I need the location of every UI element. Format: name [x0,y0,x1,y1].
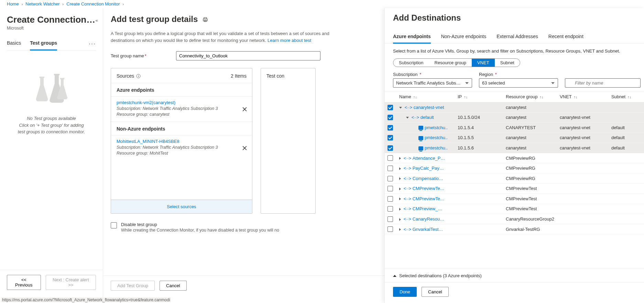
vnet-link[interactable]: PayCalc_Payroll [413,166,445,171]
category-nonazure: Non-Azure endpoints [111,122,252,135]
tab-basics[interactable]: Basics [7,40,21,50]
blade-tab[interactable]: Non-Azure endpoints [441,34,487,43]
cell-vnet [557,204,609,214]
row-checkbox[interactable] [388,155,393,161]
learn-more-link[interactable]: Learn more about test [268,38,311,43]
previous-button[interactable]: << Previous [7,275,41,290]
table-row: <··> Attendance_Payr.CMPreviewRG [385,153,644,163]
region-select[interactable]: 63 selected [479,78,558,88]
groupby-pill[interactable]: VNET [472,59,495,67]
row-checkbox[interactable] [388,145,393,151]
breadcrumb-nw[interactable]: Network Watcher [25,1,59,7]
expand-icon[interactable] [406,117,409,119]
breadcrumb-home[interactable]: Home [7,1,19,7]
row-checkbox[interactable] [388,186,393,191]
left-tabs: Basics Test groups ··· [7,40,96,50]
vm-icon [418,126,423,130]
filter-input[interactable] [565,78,641,88]
row-checkbox[interactable] [388,176,393,181]
groupby-pill[interactable]: Subnet [495,59,520,67]
vm-icon [418,136,423,140]
sort-icon[interactable]: ↑↓ [464,95,468,99]
vnet-link[interactable]: Attendance_Payr. [413,156,445,161]
table-row: <··> CanaryResource..CanaryResourceGroup… [385,214,644,224]
disable-testgroup-hint: While creating the Connection Monitor, i… [121,228,279,233]
row-checkbox[interactable] [388,226,393,232]
col-header[interactable]: Subnet↑↓ [609,91,644,102]
blade-tabs: Azure endpointsNon-Azure endpointsExtern… [385,34,644,44]
sort-icon[interactable]: ↑↓ [540,95,544,99]
vnet-link[interactable]: GnvarkalTestRGv.. [413,227,445,232]
row-checkbox[interactable] [388,216,393,222]
select-sources-button[interactable]: Select sources [111,200,252,213]
remove-icon[interactable] [242,106,247,112]
expand-icon[interactable] [399,107,402,109]
subscription-select[interactable]: Network Traffic Analytics Subscriptio… [393,78,472,88]
cell-rg: CMPreviewTest [503,194,557,204]
col-header[interactable]: Resource group↑↓ [503,91,557,102]
table-row: pmetstchu..10.1.5.4CANARYTESTcanarytest-… [385,123,644,133]
vnet-link[interactable]: Compensation_... [413,176,445,181]
source-name[interactable]: MohittestLA_MININT-HB4SBE8 [117,139,247,144]
blade-tab[interactable]: Recent endpoint [548,34,583,43]
vnet-icon: <··> [404,186,411,191]
next-button[interactable]: Next : Create alert >> [46,275,96,290]
row-checkbox[interactable] [388,166,393,171]
col-header[interactable]: VNET↑↓ [557,91,609,102]
print-icon[interactable] [203,17,208,22]
sort-icon[interactable]: ↑↓ [413,95,417,99]
add-test-group-button[interactable]: Add Test Group [111,281,155,291]
row-checkbox[interactable] [388,125,393,131]
chevron-up-icon[interactable] [393,275,396,277]
row-checkbox[interactable] [388,105,393,110]
expand-icon[interactable] [399,177,401,180]
vm-link[interactable]: pmetstchu.. [425,125,448,130]
expand-icon[interactable] [399,167,401,170]
cell-ip [455,183,503,194]
selected-summary-bar[interactable]: Selected destinations (3 Azure endpoints… [385,269,644,282]
expand-icon[interactable] [399,228,401,231]
expand-icon[interactable] [399,218,401,221]
empty-hint: Click on '+ Test group' for adding test … [17,122,86,135]
row-checkbox[interactable] [388,115,393,120]
groupby-pill[interactable]: Resource group [429,59,472,67]
cell-subnet [609,194,644,204]
expand-icon[interactable] [399,157,401,160]
cell-vnet [557,102,609,113]
row-checkbox[interactable] [388,206,393,212]
vnet-link[interactable]: CMPreviewTestv.. [413,196,445,201]
sort-icon[interactable]: ↑↓ [627,95,631,99]
table-row: <··> default10.1.5.0/24canarytestcanaryt… [385,112,644,123]
sort-icon[interactable]: ↑↓ [574,95,578,99]
col-header[interactable]: IP↑↓ [455,91,503,102]
disable-testgroup-checkbox[interactable] [111,222,117,228]
row-checkbox[interactable] [388,135,393,141]
cancel-button[interactable]: Cancel [160,281,186,291]
subnet-link[interactable]: default [421,115,434,120]
blade-tab[interactable]: External Addresses [496,34,538,43]
remove-icon[interactable] [242,145,247,150]
done-button[interactable]: Done [393,287,417,297]
vnet-link[interactable]: CMPreview_Hub [413,206,445,211]
expand-icon[interactable] [399,198,401,200]
breadcrumb-ccm[interactable]: Create Connection Monitor [66,1,120,7]
tab-test-groups[interactable]: Test groups [30,40,57,50]
blade-cancel-button[interactable]: Cancel [422,287,448,297]
vnet-link[interactable]: CMPreviewTest-. [413,186,445,191]
expand-icon[interactable] [399,188,401,190]
source-name[interactable]: pmtestchunk-vm2(canarytest) [117,100,247,105]
col-header[interactable]: Name↑↓ [396,91,455,102]
blade-tab[interactable]: Azure endpoints [393,34,431,44]
more-icon[interactable]: ··· [89,40,96,50]
chevron-right-icon: › [63,2,64,6]
vm-link[interactable]: pmtestchu.. [425,135,448,140]
vnet-link[interactable]: CanaryResource.. [413,216,445,222]
collapse-icon[interactable]: « [95,18,98,23]
row-checkbox[interactable] [388,196,393,202]
vnet-link[interactable]: canarytest-vnet [414,105,444,110]
expand-icon[interactable] [399,208,401,211]
vm-link[interactable]: pmtestchu.. [425,145,448,150]
groupby-pill[interactable]: Subscription [393,59,429,67]
info-icon[interactable] [136,74,141,78]
testgroup-name-input[interactable] [176,51,320,60]
